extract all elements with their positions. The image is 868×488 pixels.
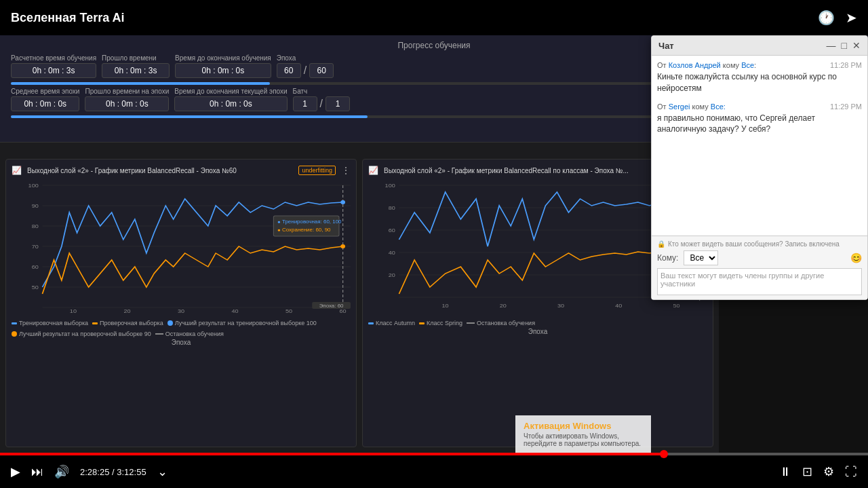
svg-text:60: 60	[389, 227, 395, 233]
legend-train-label: Тренировочная выборка	[19, 320, 88, 326]
privacy-text: Кто может видеть ваши сообщения? Запись …	[668, 240, 840, 248]
chat-privacy: 🔒 Кто может видеть ваши сообщения? Запис…	[657, 240, 862, 248]
epoch-values: 60 / 60	[277, 63, 334, 78]
avg-epoch-time-group: Среднее время эпохи 0h : 0m : 0s	[11, 88, 79, 111]
estimated-time-group: Расчетное время обучения 0h : 0m : 3s	[11, 54, 96, 78]
progress-bar-fill-2	[11, 115, 368, 118]
chat-msg-1-header: От Козлов Андрей кому Все: 11:28 PM	[657, 61, 862, 69]
privacy-icon: 🔒	[657, 240, 665, 248]
right-controls: ⏸ ⊡ ⚙ ⛶	[779, 464, 857, 479]
svg-text:40: 40	[389, 250, 395, 256]
skip-button[interactable]: ⏭	[31, 465, 43, 479]
chart-1: 📈 Выходной слой «2» - График метрики Bal…	[5, 159, 357, 447]
chat-restore-button[interactable]: □	[842, 40, 847, 51]
svg-text:20: 20	[123, 308, 130, 314]
epoch-elapsed-label: Прошло времени на эпохи	[85, 88, 169, 95]
legend-autumn: Класс Autumn	[368, 320, 415, 326]
epoch-remaining-group: Время до окончания текущей эпохи 0h : 0m…	[174, 88, 287, 111]
fullscreen-button[interactable]: ⛶	[845, 465, 857, 479]
chat-to-1: кому	[723, 61, 739, 69]
underfitting-badge: underfitting	[298, 166, 336, 175]
time-separator: /	[112, 467, 115, 477]
chevron-down-button[interactable]: ⌄	[157, 464, 167, 479]
svg-text:100: 100	[28, 183, 39, 189]
chart-2-x-label: Эпоха	[368, 328, 707, 335]
chart-2-icon: 📈	[368, 166, 378, 175]
chat-close-button[interactable]: ✕	[852, 40, 861, 51]
settings-button[interactable]: ⚙	[823, 464, 834, 479]
play-button[interactable]: ▶	[11, 464, 20, 479]
time-display: 2:28:25 / 3:12:55	[80, 467, 146, 477]
svg-text:20: 20	[389, 272, 395, 278]
time-current: 2:28:25	[80, 467, 109, 477]
windows-title: Активация Windows	[524, 421, 643, 431]
video-title: Вселенная Terra Ai	[11, 11, 125, 25]
batch-total: 1	[326, 96, 350, 111]
chat-input-placeholder: Ваш текст могут видеть члены группы и др…	[660, 271, 824, 288]
svg-text:100: 100	[385, 183, 395, 189]
chart-1-legend: Тренировочная выборка Проверочная выборк…	[12, 320, 351, 337]
chart-1-icon: 📈	[12, 166, 22, 175]
history-button[interactable]: 🕐	[818, 10, 835, 26]
legend-train-color	[12, 322, 17, 324]
chat-to-row: Кому: Все 😊	[657, 250, 862, 265]
svg-text:80: 80	[389, 205, 395, 211]
legend-val-color	[92, 322, 98, 324]
legend-stop-2: Остановка обучения	[467, 320, 535, 326]
bottombar: ▶ ⏭ 🔊 2:28:25 / 3:12:55 ⌄ ⏸ ⊡ ⚙ ⛶	[0, 453, 868, 488]
chat-header: Чат — □ ✕	[652, 36, 867, 56]
svg-text:30: 30	[178, 308, 184, 314]
chat-send-icon[interactable]: 😊	[850, 252, 862, 263]
chat-sender-2: От Sergei кому Все:	[657, 102, 726, 111]
chat-message-1: От Козлов Андрей кому Все: 11:28 PM Кинь…	[657, 61, 862, 94]
avg-epoch-time-label: Среднее время эпохи	[11, 88, 79, 95]
legend-best-train-label: Лучший результат на тренировочной выборк…	[175, 320, 317, 326]
pause-live-button[interactable]: ⏸	[779, 465, 791, 479]
legend-best-val-dot	[12, 331, 17, 337]
svg-point-24	[340, 244, 345, 248]
chart-1-title-bar: 📈 Выходной слой «2» - График метрики Bal…	[12, 165, 351, 176]
chat-panel: Чат — □ ✕ От Козлов Андрей кому Все: 11:…	[651, 35, 868, 300]
epoch-current: 60	[277, 63, 301, 78]
elapsed-time-label: Прошло времени	[102, 54, 170, 62]
captions-button[interactable]: ⊡	[802, 464, 812, 479]
chat-header-icons: — □ ✕	[827, 40, 861, 51]
chat-text-1: Киньте пожалуйста ссылку на основной кур…	[657, 71, 862, 94]
legend-best-val: Лучший результат на проверочной выборке …	[12, 331, 151, 337]
volume-button[interactable]: 🔊	[54, 464, 69, 479]
share-button[interactable]: ➤	[846, 10, 857, 26]
chat-time-2: 11:29 PM	[830, 102, 862, 111]
epoch-group: Эпоха 60 / 60	[277, 54, 334, 78]
svg-point-23	[340, 200, 345, 204]
progress-bar-1	[11, 82, 659, 85]
chart-1-svg: 100 90 80 70 60 50 10 20 30 40 50 60	[12, 179, 351, 314]
svg-text:50: 50	[32, 284, 39, 290]
svg-text:60: 60	[32, 264, 39, 270]
chat-body: От Козлов Андрей кому Все: 11:28 PM Кинь…	[652, 56, 867, 236]
batch-current: 1	[293, 96, 317, 111]
elapsed-time-value: 0h : 0m : 3s	[102, 63, 170, 78]
legend-spring-color	[419, 322, 425, 324]
to-select[interactable]: Все	[684, 250, 718, 265]
svg-text:10: 10	[70, 308, 77, 314]
svg-text:50: 50	[285, 308, 292, 314]
progress-track[interactable]	[0, 453, 868, 455]
remaining-time-group: Время до окончания обучения 0h : 0m : 0s	[175, 54, 271, 78]
svg-text:● Тренировочная: 60, 100: ● Тренировочная: 60, 100	[277, 219, 341, 224]
chat-sender-name-1: Козлов Андрей	[669, 61, 721, 69]
chart-2-legend: Класс Autumn Класс Spring Остановка обуч…	[368, 320, 707, 326]
training-fields: Расчетное время обучения 0h : 0m : 3s Пр…	[11, 54, 659, 121]
svg-text:40: 40	[231, 308, 238, 314]
chat-minimize-button[interactable]: —	[827, 40, 836, 51]
chat-message-2: От Sergei кому Все: 11:29 PM я правильно…	[657, 102, 862, 136]
windows-watermark: Активация Windows Чтобы активировать Win…	[515, 415, 651, 453]
chat-msg-2-header: От Sergei кому Все: 11:29 PM	[657, 102, 862, 111]
legend-val: Проверочная выборка	[92, 320, 163, 326]
chat-footer: 🔒 Кто может видеть ваши сообщения? Запис…	[652, 236, 867, 299]
chat-to-all-2: Все:	[711, 102, 726, 111]
chart-1-menu[interactable]: ⋮	[341, 165, 351, 176]
legend-val-label: Проверочная выборка	[100, 320, 163, 326]
chat-to-2: кому	[692, 102, 709, 111]
chat-input[interactable]: Ваш текст могут видеть члены группы и др…	[657, 268, 862, 295]
legend-spring-label: Класс Spring	[427, 320, 462, 326]
